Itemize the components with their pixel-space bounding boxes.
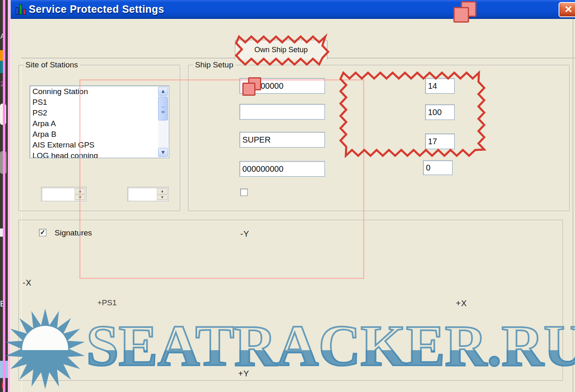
scrollbar-grip bbox=[161, 107, 165, 111]
window-title: Service Protected Settings bbox=[29, 3, 164, 15]
title-bar[interactable]: Service Protected Settings ✕ bbox=[11, 0, 575, 19]
station-list-item[interactable]: Arpa A bbox=[32, 119, 157, 130]
length-overall-input[interactable] bbox=[425, 104, 455, 120]
station-list-item[interactable]: Arpa B bbox=[32, 130, 157, 141]
sounder-delta-input[interactable] bbox=[423, 160, 453, 175]
signatures-label: Signatures bbox=[55, 228, 92, 238]
spin-up-icon[interactable]: ▲ bbox=[157, 189, 168, 194]
station-list: Conning StationPS1PS2Arpa AArpa BAIS Ext… bbox=[32, 87, 157, 158]
station-list-item[interactable]: Conning Station bbox=[32, 87, 157, 98]
spin-up-icon[interactable]: ▲ bbox=[75, 189, 85, 194]
axis-label-plus-y: +Y bbox=[238, 369, 249, 378]
app-icon bbox=[15, 3, 27, 16]
ps1-station-marker: +PS1 bbox=[97, 298, 117, 307]
scroll-down-icon[interactable]: ▼ bbox=[158, 148, 168, 157]
axis-label-plus-x: +X bbox=[456, 299, 467, 308]
signatures-checkbox[interactable]: ✓ bbox=[39, 229, 46, 236]
x-position-spinner[interactable]: ▲▼ bbox=[41, 187, 87, 202]
call-sign-input[interactable] bbox=[239, 104, 325, 120]
y-spin-buttons[interactable]: ▲▼ bbox=[157, 189, 168, 200]
tab[interactable]: Own Ship Setup bbox=[235, 40, 327, 60]
scrollbar-thumb[interactable] bbox=[158, 97, 168, 120]
y-position-spinner[interactable]: ▲▼ bbox=[127, 187, 169, 202]
bridge-elevation-input[interactable] bbox=[425, 134, 455, 149]
cs-cog-checkbox[interactable] bbox=[240, 189, 248, 196]
station-list-item[interactable]: PS1 bbox=[32, 98, 157, 108]
desktop-fragment bbox=[3, 0, 5, 392]
scroll-up-icon[interactable]: ▲ bbox=[158, 87, 168, 96]
ship-name-input[interactable] bbox=[239, 132, 325, 148]
beam-overall-input[interactable] bbox=[425, 78, 455, 94]
x-spin-buttons[interactable]: ▲▼ bbox=[75, 189, 85, 200]
site-of-stations-title: Site of Stations bbox=[23, 60, 80, 69]
station-list-item[interactable]: AIS External GPS bbox=[32, 141, 157, 151]
mmsi-input[interactable] bbox=[239, 78, 325, 94]
spin-down-icon[interactable]: ▼ bbox=[75, 195, 85, 201]
station-list-scrollbar[interactable]: ▲ ▼ bbox=[158, 87, 168, 157]
ship-setup-title: Ship Setup bbox=[193, 60, 235, 69]
station-listbox[interactable]: Conning StationPS1PS2Arpa AArpa BAIS Ext… bbox=[30, 85, 169, 158]
desktop-background-strip: A 2 E i bbox=[0, 0, 11, 392]
station-list-item[interactable]: LOG head conning bbox=[32, 151, 157, 158]
dialog-right-border bbox=[573, 19, 573, 392]
spin-down-icon[interactable]: ▼ bbox=[157, 195, 168, 201]
axis-label-minus-y: -Y bbox=[240, 229, 249, 239]
imo-no-input[interactable] bbox=[239, 161, 325, 177]
close-button[interactable]: ✕ bbox=[559, 2, 575, 17]
axis-label-minus-x: -X bbox=[23, 278, 32, 288]
station-list-item[interactable]: PS2 bbox=[32, 108, 157, 119]
